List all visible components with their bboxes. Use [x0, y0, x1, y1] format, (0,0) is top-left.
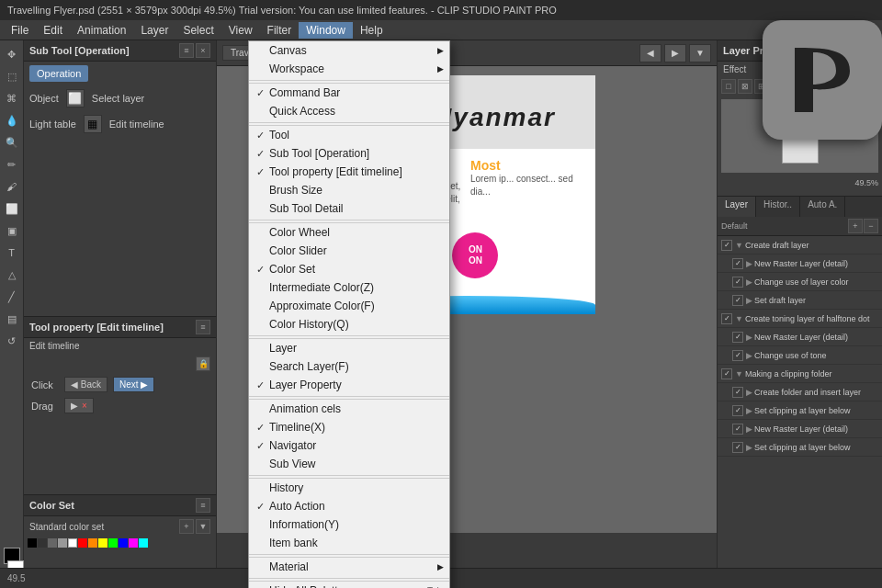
menu-hide-all-palettes[interactable]: Hide All Palettes Tab — [249, 582, 449, 588]
menu-auto-action[interactable]: ✓ Auto Action — [249, 497, 449, 515]
menu-navigator[interactable]: ✓ Navigator — [249, 436, 449, 455]
menu-layer-property[interactable]: ✓ Layer Property — [249, 376, 449, 394]
information-label: Information(Y) — [269, 518, 442, 531]
menu-window[interactable]: Window — [299, 22, 353, 39]
menu-color-history[interactable]: Color History(Q) — [249, 315, 449, 334]
animation-cels-label: Animation cels — [269, 402, 442, 415]
brush-size-label: Brush Size — [269, 184, 442, 197]
menu-sub-view[interactable]: Sub View — [249, 455, 449, 473]
approximate-color-label: Approximate Color(F) — [269, 300, 442, 312]
check-command-bar: ✓ — [256, 87, 269, 99]
check-sub-tool: ✓ — [256, 148, 269, 160]
menu-command-bar[interactable]: ✓ Command Bar — [249, 84, 449, 102]
intermediate-color-label: Intermediate Color(Z) — [269, 281, 442, 294]
quick-access-label: Quick Access — [269, 105, 442, 118]
separator-2 — [249, 122, 449, 123]
tool-property-menu-label: Tool property [Edit timeline] — [269, 165, 442, 178]
menu-quick-access[interactable]: Quick Access — [249, 102, 449, 120]
menu-layer[interactable]: Layer — [133, 22, 175, 39]
color-wheel-label: Color Wheel — [269, 226, 442, 239]
separator-6 — [249, 475, 449, 476]
menu-bar: File Edit Animation Layer Select View Fi… — [0, 20, 882, 40]
hide-all-label: Hide All Palettes — [269, 584, 420, 588]
navigator-label: Navigator — [269, 439, 442, 452]
item-bank-label: Item bank — [269, 537, 442, 549]
check-layer-property: ✓ — [256, 379, 269, 391]
check-tool-property: ✓ — [256, 166, 269, 178]
menu-color-wheel[interactable]: Color Wheel — [249, 223, 449, 242]
menu-brush-size[interactable]: Brush Size — [249, 181, 449, 199]
separator-8 — [249, 578, 449, 579]
search-layer-label: Search Layer(F) — [269, 360, 442, 373]
menu-sub-tool-operation[interactable]: ✓ Sub Tool [Operation] — [249, 144, 449, 163]
menu-search-layer[interactable]: Search Layer(F) — [249, 357, 449, 376]
check-color-set: ✓ — [256, 264, 269, 276]
menu-approximate-color[interactable]: Approximate Color(F) — [249, 297, 449, 315]
sub-tool-detail-label: Sub Tool Detail — [269, 202, 442, 215]
menu-section-2: ✓ Command Bar Quick Access — [249, 83, 449, 120]
material-label: Material — [269, 560, 442, 573]
menu-intermediate-color[interactable]: Intermediate Color(Z) — [249, 278, 449, 297]
check-timeline: ✓ — [256, 422, 269, 434]
menu-select[interactable]: Select — [175, 22, 220, 39]
menu-canvas[interactable]: Canvas — [249, 41, 449, 60]
clip-studio-logo-svg — [776, 34, 868, 126]
color-history-label: Color History(Q) — [269, 318, 442, 331]
menu-section-9: Hide All Palettes Tab Hide Title Bar(J) … — [249, 581, 449, 588]
menu-view[interactable]: View — [221, 22, 260, 39]
auto-action-label: Auto Action — [269, 500, 442, 513]
menu-sub-tool-detail[interactable]: Sub Tool Detail — [249, 199, 449, 218]
window-menu-popup: Canvas Workspace ✓ Command Bar Quick Acc… — [248, 40, 450, 588]
separator-4 — [249, 335, 449, 336]
color-set-menu-label: Color Set — [269, 263, 442, 276]
title-text: Travelling Flyer.psd (2551 × 3579px 300d… — [7, 5, 557, 16]
menu-section-1: Canvas Workspace — [249, 41, 449, 78]
layer-menu-label: Layer — [269, 342, 442, 355]
menu-workspace[interactable]: Workspace — [249, 60, 449, 78]
timeline-label: Timeline(X) — [269, 421, 442, 434]
menu-file[interactable]: File — [4, 22, 36, 39]
separator-5 — [249, 396, 449, 397]
menu-animation[interactable]: Animation — [70, 22, 133, 39]
check-tool: ✓ — [256, 130, 269, 141]
menu-help[interactable]: Help — [353, 22, 390, 39]
menu-filter[interactable]: Filter — [260, 22, 300, 39]
menu-tool-property[interactable]: ✓ Tool property [Edit timeline] — [249, 163, 449, 181]
logo-background — [763, 20, 882, 140]
menu-information[interactable]: Information(Y) — [249, 515, 449, 534]
menu-color-set[interactable]: ✓ Color Set — [249, 260, 449, 278]
menu-animation-cels[interactable]: Animation cels — [249, 400, 449, 418]
menu-section-8: Material — [249, 557, 449, 576]
menu-section-7: History ✓ Auto Action Information(Y) Ite… — [249, 478, 449, 552]
menu-item-bank[interactable]: Item bank — [249, 534, 449, 552]
sub-tool-operation-label: Sub Tool [Operation] — [269, 147, 442, 160]
menu-timeline[interactable]: ✓ Timeline(X) — [249, 418, 449, 436]
history-label: History — [269, 481, 442, 494]
app-logo — [763, 20, 882, 140]
menu-section-3: ✓ Tool ✓ Sub Tool [Operation] ✓ Tool pro… — [249, 125, 449, 218]
workspace-label: Workspace — [269, 62, 442, 75]
canvas-label: Canvas — [269, 44, 442, 57]
menu-section-6: Animation cels ✓ Timeline(X) ✓ Navigator… — [249, 399, 449, 473]
menu-layer-item[interactable]: Layer — [249, 339, 449, 357]
color-slider-label: Color Slider — [269, 244, 442, 257]
separator-1 — [249, 80, 449, 81]
menu-color-slider[interactable]: Color Slider — [249, 242, 449, 260]
separator-7 — [249, 554, 449, 555]
menu-edit[interactable]: Edit — [36, 22, 70, 39]
separator-3 — [249, 220, 449, 220]
check-auto-action: ✓ — [256, 501, 269, 513]
check-navigator: ✓ — [256, 440, 269, 452]
dropdown-overlay: Canvas Workspace ✓ Command Bar Quick Acc… — [0, 40, 882, 588]
tool-label: Tool — [269, 129, 442, 141]
command-bar-label: Command Bar — [269, 86, 442, 99]
layer-property-menu-label: Layer Property — [269, 379, 442, 391]
sub-view-label: Sub View — [269, 458, 442, 470]
menu-history[interactable]: History — [249, 479, 449, 497]
menu-tool[interactable]: ✓ Tool — [249, 126, 449, 144]
menu-section-4: Color Wheel Color Slider ✓ Color Set Int… — [249, 222, 449, 334]
menu-section-5: Layer Search Layer(F) ✓ Layer Property — [249, 338, 449, 394]
menu-material[interactable]: Material — [249, 558, 449, 576]
title-bar: Travelling Flyer.psd (2551 × 3579px 300d… — [0, 0, 882, 20]
